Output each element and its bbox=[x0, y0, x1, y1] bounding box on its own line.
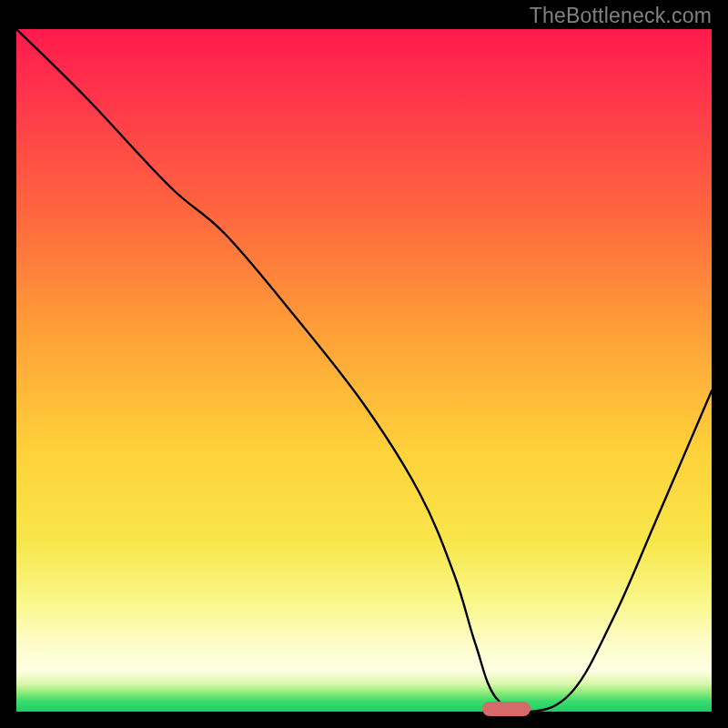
bottleneck-curve bbox=[16, 29, 712, 712]
watermark-text: TheBottleneck.com bbox=[530, 4, 712, 28]
curve-layer bbox=[16, 29, 712, 712]
optimal-marker bbox=[482, 702, 531, 716]
chart-area bbox=[16, 29, 712, 712]
